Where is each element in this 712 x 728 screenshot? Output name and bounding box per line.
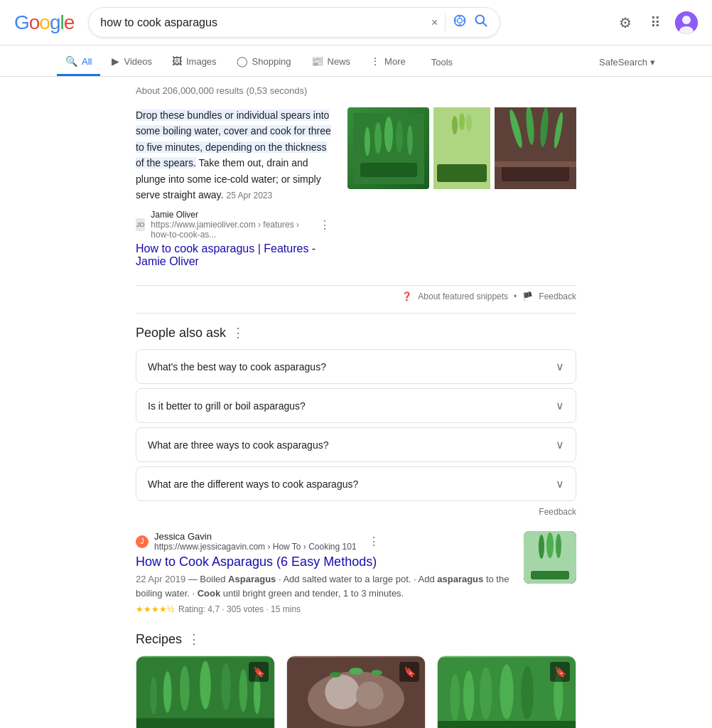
result-thumbnail[interactable] bbox=[524, 531, 576, 584]
source-url: https://www.jamieoliver.com › features ›… bbox=[151, 220, 311, 240]
svg-point-53 bbox=[463, 671, 475, 721]
tab-more[interactable]: ⋮ More bbox=[362, 48, 414, 76]
svg-point-35 bbox=[180, 666, 190, 712]
paa-question-3[interactable]: What are three ways to cook asparagus? ∨ bbox=[136, 428, 576, 461]
svg-point-51 bbox=[480, 668, 492, 720]
jessica-favicon: J bbox=[136, 535, 149, 548]
bookmark-button-2[interactable]: 🔖 bbox=[399, 662, 419, 682]
result-source-row: J Jessica Gavin https://www.jessicagavin… bbox=[136, 531, 512, 552]
svg-point-12 bbox=[365, 127, 370, 156]
avatar[interactable] bbox=[675, 11, 698, 34]
svg-rect-26 bbox=[502, 166, 569, 181]
paa-item-1[interactable]: What's the best way to cook asparagus? ∨ bbox=[136, 349, 576, 384]
svg-point-39 bbox=[150, 676, 157, 714]
tab-shopping[interactable]: ◯ Shopping bbox=[228, 48, 300, 76]
svg-point-30 bbox=[539, 535, 544, 559]
lens-button[interactable] bbox=[453, 14, 467, 31]
svg-point-13 bbox=[407, 125, 413, 155]
chevron-down-icon: ∨ bbox=[556, 360, 564, 373]
tab-news[interactable]: 📰 News bbox=[303, 48, 360, 76]
recipe-card-1[interactable]: 🔖 How to Cook Asparagus Jessica Gavin 4,… bbox=[136, 655, 275, 728]
paa-options-icon[interactable]: ⋮ bbox=[232, 325, 244, 341]
chevron-down-icon: ∨ bbox=[556, 438, 564, 451]
about-snippets-link[interactable]: About featured snippets bbox=[418, 291, 508, 301]
chevron-down-icon: ∨ bbox=[556, 399, 564, 412]
paa-question-4[interactable]: What are the different ways to cook aspa… bbox=[136, 467, 576, 500]
snippet-text-area: Drop these bundles or individual spears … bbox=[136, 107, 333, 268]
result-options-icon[interactable]: ⋮ bbox=[365, 532, 382, 551]
paa-question-2[interactable]: Is it better to grill or boil asparagus?… bbox=[136, 389, 576, 422]
svg-point-37 bbox=[163, 672, 172, 713]
snippet-image-3[interactable] bbox=[495, 107, 576, 189]
recipes-title: Recipes ⋮ bbox=[136, 631, 576, 647]
result-source-url: https://www.jessicagavin.com › How To › … bbox=[154, 542, 357, 552]
snippet-image-2[interactable] bbox=[433, 107, 490, 189]
result-count: About 206,000,000 results (0,53 seconds) bbox=[136, 85, 576, 96]
chevron-down-icon: ▾ bbox=[650, 57, 655, 68]
header: Google × ⚙ ⠿ bbox=[0, 0, 712, 46]
chevron-down-icon: ∨ bbox=[556, 477, 564, 491]
search-input[interactable] bbox=[100, 16, 424, 29]
tools-button[interactable]: Tools bbox=[431, 50, 453, 75]
feedback-link[interactable]: Feedback bbox=[539, 291, 576, 301]
recipe-image-3: 🔖 bbox=[438, 656, 576, 728]
recipe-card-3[interactable]: 🔖 How To Cook Asparagus Delish.com 4,5 ★… bbox=[437, 655, 576, 728]
source-details: Jamie Oliver https://www.jamieoliver.com… bbox=[151, 210, 311, 240]
recipes-section: Recipes ⋮ � bbox=[136, 631, 576, 728]
svg-point-44 bbox=[325, 675, 360, 710]
snippet-image-1[interactable] bbox=[347, 107, 429, 189]
svg-point-34 bbox=[200, 661, 211, 710]
tab-images[interactable]: 🖼 Images bbox=[163, 48, 225, 76]
header-right: ⚙ ⠿ bbox=[615, 10, 698, 36]
svg-line-4 bbox=[483, 23, 487, 26]
svg-point-16 bbox=[459, 113, 465, 130]
svg-point-36 bbox=[221, 663, 231, 710]
main-content: About 206,000,000 results (0,53 seconds)… bbox=[122, 77, 590, 728]
snippet-result-link[interactable]: How to cook asparagus | Features - Jamie… bbox=[136, 242, 333, 268]
svg-point-6 bbox=[682, 16, 691, 24]
result-date: 22 Apr 2019 bbox=[136, 574, 185, 584]
question-icon: ❓ bbox=[401, 291, 412, 301]
paa-item-3[interactable]: What are three ways to cook asparagus? ∨ bbox=[136, 427, 576, 462]
paa-question-1[interactable]: What's the best way to cook asparagus? ∨ bbox=[136, 350, 576, 383]
paa-feedback[interactable]: Feedback bbox=[136, 507, 576, 517]
recipes-options-icon[interactable]: ⋮ bbox=[188, 631, 200, 647]
svg-point-47 bbox=[330, 673, 341, 678]
search-button[interactable] bbox=[474, 14, 488, 31]
google-logo[interactable]: Google bbox=[14, 11, 74, 34]
svg-rect-41 bbox=[136, 719, 274, 728]
recipe-image-2: 🔖 bbox=[287, 656, 425, 728]
divider-1 bbox=[136, 313, 576, 314]
svg-point-18 bbox=[466, 114, 472, 132]
svg-point-10 bbox=[374, 122, 382, 154]
svg-point-38 bbox=[239, 670, 248, 712]
svg-point-48 bbox=[371, 670, 382, 676]
bookmark-button-3[interactable]: 🔖 bbox=[550, 662, 570, 682]
recipe-image-1: 🔖 bbox=[136, 656, 274, 728]
settings-button[interactable]: ⚙ bbox=[615, 10, 636, 36]
svg-point-29 bbox=[546, 532, 554, 558]
clear-button[interactable]: × bbox=[431, 16, 438, 29]
safesearch-button[interactable]: SafeSearch ▾ bbox=[599, 50, 655, 75]
video-tab-icon: ▶ bbox=[112, 55, 119, 67]
bookmark-button-1[interactable]: 🔖 bbox=[249, 662, 269, 682]
jessica-gavin-result: J Jessica Gavin https://www.jessicagavin… bbox=[136, 531, 576, 614]
source-options-icon[interactable]: ⋮ bbox=[316, 215, 333, 235]
recipe-cards: 🔖 How to Cook Asparagus Jessica Gavin 4,… bbox=[136, 655, 576, 728]
jessica-result-title[interactable]: How to Cook Asparagus (6 Easy Methods) bbox=[136, 555, 512, 569]
source-name: Jamie Oliver bbox=[151, 210, 311, 220]
tab-videos[interactable]: ▶ Videos bbox=[103, 48, 161, 76]
svg-point-11 bbox=[396, 120, 403, 153]
result-text-content: J Jessica Gavin https://www.jessicagavin… bbox=[136, 531, 512, 614]
tab-all[interactable]: 🔍 All bbox=[57, 48, 100, 76]
svg-point-55 bbox=[450, 674, 460, 721]
rating-row: ★★★★½ Rating: 4,7 · 305 votes · 15 mins bbox=[136, 604, 512, 614]
svg-point-52 bbox=[521, 666, 533, 720]
paa-item-2[interactable]: Is it better to grill or boil asparagus?… bbox=[136, 388, 576, 423]
recipe-card-2[interactable]: 🔖 How to cook asparagus BBC Good Food No… bbox=[286, 655, 426, 728]
search-divider bbox=[445, 14, 446, 31]
paa-item-4[interactable]: What are the different ways to cook aspa… bbox=[136, 466, 576, 501]
svg-point-9 bbox=[384, 117, 393, 152]
apps-button[interactable]: ⠿ bbox=[646, 10, 665, 36]
shopping-tab-icon: ◯ bbox=[237, 55, 248, 67]
